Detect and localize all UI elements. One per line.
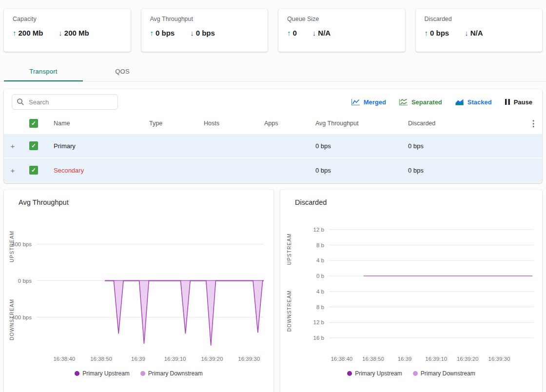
upstream-value: 0: [293, 29, 297, 37]
merged-view-label: Merged: [364, 98, 386, 106]
stacked-chart-icon: [455, 98, 464, 106]
series-area: [105, 281, 264, 346]
y-tick-label: 0 b: [316, 273, 324, 279]
legend-dot-icon: [140, 371, 145, 376]
y-tick-label: 4 b: [316, 257, 324, 263]
search-icon: [17, 98, 24, 106]
axis-group-label: UPSTREAM: [287, 233, 292, 265]
column-header-apps: Apps: [256, 120, 308, 127]
legend-label: Primary Downstream: [148, 370, 203, 377]
column-header-hosts: Hosts: [196, 120, 256, 127]
transport-table-card: Merged Separated Stacked: [4, 89, 542, 183]
stat-card-discarded: Discarded ↑0 bps ↓N/A: [416, 9, 543, 52]
merged-chart-icon: [351, 98, 360, 106]
x-tick-label: 16:39:10: [164, 356, 186, 362]
y-tick-label: 12 b: [313, 227, 324, 233]
x-tick-label: 16:39:30: [238, 356, 260, 362]
stat-card-avg-throughput: Avg Throughput ↑0 bps ↓0 bps: [141, 9, 268, 52]
downstream-value: 0 bps: [196, 29, 215, 37]
expander-cell: +: [4, 142, 21, 150]
legend-item[interactable]: Primary Downstream: [140, 370, 203, 377]
separated-view-label: Separated: [411, 98, 442, 106]
legend-label: Primary Downstream: [421, 370, 475, 377]
stacked-view-button[interactable]: Stacked: [455, 98, 492, 107]
upstream-stat: ↑0: [287, 29, 297, 37]
column-header-avg-throughput: Avg Throughput: [308, 120, 400, 127]
row-checkbox[interactable]: [29, 166, 38, 175]
downstream-arrow-icon: ↓: [465, 29, 468, 37]
upstream-arrow-icon: ↑: [425, 29, 429, 37]
downstream-stat: ↓N/A: [312, 29, 331, 37]
chart-title: Discarded: [280, 198, 542, 206]
downstream-arrow-icon: ↓: [312, 29, 316, 37]
legend-item[interactable]: Primary Upstream: [75, 370, 130, 377]
stat-values: ↑0 bps ↓N/A: [425, 29, 534, 37]
row-checkbox[interactable]: [29, 141, 38, 150]
checkbox-cell: [21, 166, 46, 175]
x-tick-label: 16:39:30: [488, 356, 510, 362]
search-input[interactable]: [12, 94, 118, 110]
column-header-name: Name: [46, 120, 141, 127]
legend-dot-icon: [347, 371, 352, 376]
stat-values: ↑0 ↓N/A: [287, 29, 396, 37]
stat-values: ↑0 bps ↓0 bps: [150, 29, 259, 37]
avg-throughput-chart: 400 bps0 bps400 bps16:38:4016:38:5016:39…: [4, 207, 273, 369]
tab-transport[interactable]: Transport: [4, 61, 83, 81]
x-tick-label: 16:38:50: [90, 356, 112, 362]
discarded-chart-card: Discarded 12 b8 b4 b0 b4 b8 b12 b16 b16:…: [280, 190, 542, 392]
tab-bar: Transport QOS: [0, 61, 546, 81]
downstream-value: 200 Mb: [64, 29, 89, 37]
downstream-value: N/A: [470, 29, 483, 37]
search-box: [12, 94, 118, 110]
downstream-stat: ↓N/A: [465, 29, 483, 37]
x-tick-label: 16:39:10: [425, 356, 447, 362]
stat-card-capacity: Capacity ↑200 Mb ↓200 Mb: [4, 9, 131, 52]
table-toolbar: Merged Separated Stacked: [4, 89, 542, 114]
column-header-discarded: Discarded: [400, 120, 525, 127]
expand-row-icon[interactable]: +: [11, 166, 15, 175]
x-tick-label: 16:39:20: [457, 356, 479, 362]
y-tick-label: 12 b: [313, 319, 324, 325]
table-row-primary[interactable]: + Primary 0 bps 0 bps: [4, 134, 542, 157]
merged-view-button[interactable]: Merged: [351, 98, 386, 107]
y-tick-label: 0 bps: [18, 278, 32, 284]
y-tick-label: 8 b: [316, 304, 324, 310]
legend-item[interactable]: Primary Upstream: [347, 370, 402, 377]
stat-label: Capacity: [13, 16, 122, 22]
y-tick-label: 4 b: [316, 289, 324, 294]
table-row-secondary[interactable]: + Secondary 0 bps 0 bps: [4, 158, 542, 182]
x-tick-label: 16:39: [131, 356, 145, 362]
upstream-arrow-icon: ↑: [150, 29, 154, 37]
row-avg-throughput: 0 bps: [308, 142, 400, 150]
stat-card-queue-size: Queue Size ↑0 ↓N/A: [278, 9, 405, 52]
row-name: Primary: [46, 142, 141, 150]
discarded-chart: 12 b8 b4 b0 b4 b8 b12 b16 b16:38:4016:38…: [280, 207, 542, 369]
header-menu-cell: ⋮: [525, 119, 542, 128]
separated-chart-icon: [399, 98, 408, 106]
row-avg-throughput: 0 bps: [308, 167, 400, 174]
axis-group-label: DOWNSTREAM: [9, 299, 15, 340]
x-tick-label: 16:39:20: [201, 356, 223, 362]
upstream-stat: ↑200 Mb: [13, 29, 43, 37]
expand-row-icon[interactable]: +: [11, 142, 15, 150]
tab-qos[interactable]: QOS: [83, 61, 162, 81]
select-all-checkbox[interactable]: [29, 119, 38, 128]
view-toggle-group: Merged Separated Stacked: [351, 98, 534, 107]
downstream-value: N/A: [318, 29, 331, 37]
upstream-value: 200 Mb: [19, 29, 43, 37]
table-header-row: Name Type Hosts Apps Avg Throughput Disc…: [4, 114, 542, 133]
upstream-value: 0 bps: [156, 29, 175, 37]
charts-row: Avg Throughput 400 bps0 bps400 bps16:38:…: [4, 190, 542, 392]
pause-button[interactable]: Pause: [505, 98, 532, 107]
x-tick-label: 16:38:40: [53, 356, 75, 362]
legend-dot-icon: [75, 371, 79, 376]
separated-view-button[interactable]: Separated: [399, 98, 442, 107]
pause-icon: [505, 98, 510, 105]
axis-group-label: UPSTREAM: [9, 231, 15, 262]
stat-label: Queue Size: [287, 16, 396, 22]
legend-item[interactable]: Primary Downstream: [413, 370, 475, 377]
upstream-value: 0 bps: [430, 29, 449, 37]
chart-legend: Primary UpstreamPrimary Downstream: [280, 370, 542, 377]
column-settings-menu-icon[interactable]: ⋮: [529, 119, 538, 128]
downstream-arrow-icon: ↓: [58, 29, 62, 37]
